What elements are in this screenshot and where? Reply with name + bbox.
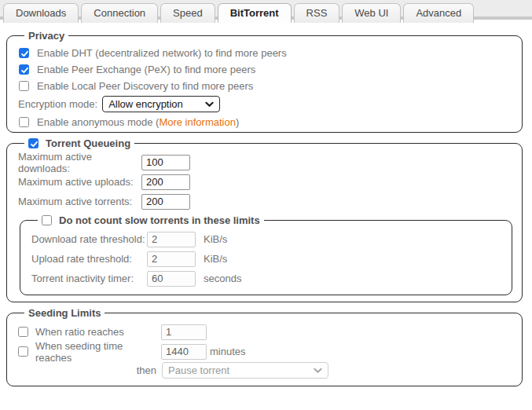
slow-torrents-legend: Do not count slow torrents in these limi… xyxy=(38,214,264,226)
tab-downloads[interactable]: Downloads xyxy=(3,3,79,23)
dht-checkbox[interactable] xyxy=(19,48,29,58)
max-uploads-label: Maximum active uploads: xyxy=(18,176,141,188)
lsd-label: Enable Local Peer Discovery to find more… xyxy=(37,80,253,92)
privacy-section: Privacy Enable DHT (decentralized networ… xyxy=(6,30,523,133)
encryption-mode-label: Encryption mode: xyxy=(18,98,97,110)
max-torrents-label: Maximum active torrents: xyxy=(18,196,141,207)
max-torrents-input[interactable] xyxy=(141,194,190,210)
download-threshold-unit: KiB/s xyxy=(204,233,227,245)
tab-webui[interactable]: Web UI xyxy=(342,3,401,23)
seeding-time-input[interactable] xyxy=(161,344,207,360)
seeding-time-label: When seeding time reaches xyxy=(35,340,161,364)
max-torrents-row: Maximum active torrents: xyxy=(18,192,514,211)
ratio-limit-label: When ratio reaches xyxy=(35,326,161,338)
more-information-link[interactable]: More information xyxy=(159,116,236,128)
then-action-select[interactable]: Pause torrent xyxy=(162,362,328,379)
checkmark-icon xyxy=(20,49,30,59)
upload-threshold-unit: KiB/s xyxy=(204,253,227,265)
tab-rss[interactable]: RSS xyxy=(294,3,340,23)
max-uploads-input[interactable] xyxy=(141,174,190,190)
seeding-time-checkbox[interactable] xyxy=(18,346,28,357)
inactivity-timer-label: Torrent inactivity timer: xyxy=(31,273,147,284)
settings-tab-bar: DownloadsConnectionSpeedBitTorrentRSSWeb… xyxy=(0,0,532,20)
slow-torrents-legend-text: Do not count slow torrents in these limi… xyxy=(59,214,260,226)
max-downloads-row: Maximum active downloads: xyxy=(18,152,514,172)
privacy-legend: Privacy xyxy=(24,30,68,42)
inactivity-timer-unit: seconds xyxy=(204,273,241,284)
max-uploads-row: Maximum active uploads: xyxy=(18,172,514,192)
then-label: then xyxy=(18,364,162,376)
encryption-mode-value: Allow encryption xyxy=(108,98,183,110)
inactivity-timer-input[interactable] xyxy=(147,271,196,287)
inactivity-timer-row: Torrent inactivity timer: seconds xyxy=(31,269,504,288)
download-threshold-input[interactable] xyxy=(147,232,196,247)
pex-label: Enable Peer Exchange (PeX) to find more … xyxy=(37,64,255,75)
max-downloads-label: Maximum active downloads: xyxy=(18,151,141,174)
download-threshold-row: Download rate threshold: KiB/s xyxy=(31,229,504,249)
anonymous-label-prefix: Enable anonymous mode ( xyxy=(37,116,159,128)
pex-row: Enable Peer Exchange (PeX) to find more … xyxy=(18,61,514,78)
checkmark-icon xyxy=(29,139,39,149)
anonymous-checkbox[interactable] xyxy=(19,117,29,127)
seeding-limits-legend: Seeding Limits xyxy=(24,307,105,319)
tab-connection[interactable]: Connection xyxy=(81,3,158,23)
max-downloads-input[interactable] xyxy=(141,155,190,170)
then-action-value: Pause torrent xyxy=(168,364,229,376)
settings-content: Privacy Enable DHT (decentralized networ… xyxy=(0,20,532,386)
pex-checkbox[interactable] xyxy=(19,64,29,75)
encryption-mode-select[interactable]: Allow encryption xyxy=(102,96,220,112)
torrent-queueing-checkbox[interactable] xyxy=(28,138,39,148)
torrent-queueing-section: Torrent Queueing Maximum active download… xyxy=(6,137,523,302)
seeding-time-row: When seeding time reaches minutes xyxy=(18,342,514,361)
lsd-row: Enable Local Peer Discovery to find more… xyxy=(18,78,514,94)
tab-bittorrent[interactable]: BitTorrent xyxy=(218,3,292,23)
then-action-row: then Pause torrent xyxy=(18,361,514,379)
upload-threshold-row: Upload rate threshold: KiB/s xyxy=(31,249,504,269)
slow-torrents-checkbox[interactable] xyxy=(42,215,52,225)
anonymous-row: Enable anonymous mode (More information) xyxy=(18,114,514,130)
ratio-limit-row: When ratio reaches xyxy=(18,322,514,342)
anonymous-label-suffix: ) xyxy=(236,116,239,128)
ratio-limit-checkbox[interactable] xyxy=(18,327,28,337)
tab-speed[interactable]: Speed xyxy=(160,3,215,23)
seeding-time-unit: minutes xyxy=(210,346,246,357)
download-threshold-label: Download rate threshold: xyxy=(31,233,147,245)
slow-torrents-section: Do not count slow torrents in these limi… xyxy=(20,214,512,295)
dht-label: Enable DHT (decentralized network) to fi… xyxy=(37,47,287,59)
chevron-down-icon xyxy=(314,368,322,374)
encryption-row: Encryption mode: Allow encryption xyxy=(18,94,514,114)
anonymous-label: Enable anonymous mode (More information) xyxy=(37,116,239,128)
chevron-down-icon xyxy=(205,101,214,108)
upload-threshold-label: Upload rate threshold: xyxy=(31,253,147,265)
ratio-limit-input[interactable] xyxy=(161,324,207,340)
lsd-checkbox[interactable] xyxy=(19,81,29,91)
dht-row: Enable DHT (decentralized network) to fi… xyxy=(18,45,514,61)
upload-threshold-input[interactable] xyxy=(147,251,196,267)
torrent-queueing-legend-text: Torrent Queueing xyxy=(46,137,130,149)
tab-advanced[interactable]: Advanced xyxy=(403,3,474,23)
checkmark-icon xyxy=(20,65,30,75)
seeding-limits-section: Seeding Limits When ratio reaches When s… xyxy=(6,307,523,386)
torrent-queueing-legend: Torrent Queueing xyxy=(24,137,134,149)
